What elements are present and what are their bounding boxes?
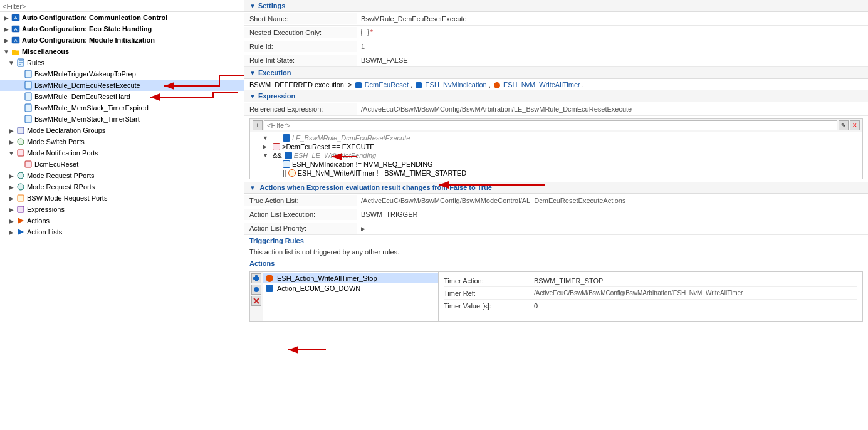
left-panel: <Filter> ▶ A Auto Configuration: Communi… (0, 0, 244, 430)
tree-item-modedeclgroups[interactable]: ▶ Mode Declaration Groups (0, 125, 244, 136)
tree-label-modenotifports: Mode Notification Ports (27, 149, 98, 157)
tree-item-modereqrports[interactable]: ▶ Mode Request RPorts (0, 181, 244, 192)
tree-item-dcmecureset[interactable]: DcmEcuReset (0, 159, 244, 170)
tree-label-modereqpports: Mode Request PPorts (27, 172, 95, 179)
action1-icon (266, 275, 273, 282)
expr-and-text: && (273, 152, 282, 159)
tree-item-bswmodereqports[interactable]: ▶ BSW Mode Request Ports (0, 192, 244, 204)
tree-item-actions[interactable]: ▶ Actions (0, 215, 244, 226)
rule-item-icon3 (23, 92, 33, 102)
expand-icon-bswmode: ▶ (8, 195, 15, 202)
action-row-2[interactable]: Action_ECUM_GO_DOWN (263, 283, 438, 293)
svg-rect-17 (18, 150, 24, 156)
tree-item-actionlists[interactable]: ▶ Action Lists (0, 226, 244, 238)
bottom-action-panel: ESH_Action_WriteAllTimer_Stop Action_ECU… (249, 271, 863, 322)
expr-row-root: ▼ LE_BswMRule_DcmEcuResetExecute (253, 134, 860, 142)
tree-item-rules[interactable]: ▼ Rules (0, 57, 244, 68)
expression-collapse-icon[interactable]: ▼ (249, 93, 256, 100)
exec-link3[interactable]: ESH_NvM_WriteAllTimer (503, 81, 580, 88)
mode-switch-icon (16, 137, 26, 147)
tree-item-miscellaneous[interactable]: ▼ Miscellaneous (0, 46, 244, 57)
exec-text-prefix: BSWM_DEFERRED execution: > (249, 81, 352, 88)
triggering-rules-text: This action list is not triggered by any… (244, 246, 868, 258)
svg-point-27 (254, 287, 259, 292)
action-list-priority-row: Action List Priority: ▶ (244, 221, 868, 235)
exec-icon2 (416, 82, 422, 88)
action-list-priority-label: Action List Priority: (244, 223, 357, 234)
svg-rect-26 (255, 275, 258, 281)
svg-point-19 (18, 172, 24, 179)
exec-comma2: , (489, 81, 493, 88)
expand-icon-autoconfig2: ▶ (3, 26, 10, 33)
true-action-label: True Action List: (244, 195, 357, 206)
tree-item-autoconfig2[interactable]: ▶ A Auto Configuration: Ecu State Handli… (0, 23, 244, 34)
execution-collapse-icon[interactable]: ▼ (249, 70, 256, 76)
action-delete-btn[interactable] (251, 296, 261, 306)
action-list-exec-label: Action List Execution: (244, 209, 357, 220)
action-row-1[interactable]: ESH_Action_WriteAllTimer_Stop (263, 273, 438, 283)
mode-req-p-icon (16, 170, 26, 181)
execution-section-header: ▼ Execution (244, 67, 868, 79)
svg-rect-21 (18, 195, 24, 201)
execution-line: BSWM_DEFERRED execution: > DcmEcuReset ,… (244, 79, 868, 90)
true-action-row: True Action List: /ActiveEcuC/BswM/BswMC… (244, 194, 868, 207)
expand-icon-modereqr: ▶ (8, 184, 15, 191)
execution-header-label: Execution (258, 69, 291, 76)
tree-label-rule4: BswMRule_MemStack_TimerExpired (34, 104, 149, 112)
expr-edit-btn[interactable]: ✎ (839, 120, 849, 130)
exec-comma1: , (410, 81, 414, 88)
expand-icon-expressions: ▶ (8, 206, 15, 213)
expand-icon-modenotif: ▼ (8, 150, 15, 157)
svg-rect-15 (18, 127, 24, 134)
auto-config-icon: A (11, 13, 21, 23)
tree-item-rule3[interactable]: BswMRule_DcmEcuResetHard (0, 91, 244, 102)
tree-item-rule1[interactable]: BswMRuleTriggerWakeupToPrep (0, 68, 244, 80)
svg-point-16 (18, 139, 24, 145)
tree-item-modereqpports[interactable]: ▶ Mode Request PPorts (0, 170, 244, 181)
ref-expr-label: Referenced Expression: (244, 103, 357, 115)
mode-notif-icon (16, 148, 26, 158)
actions-icon (16, 216, 26, 226)
tree-item-autoconfig1[interactable]: ▶ A Auto Configuration: Communication Co… (0, 12, 244, 23)
tree-label-bswmodereqports: BSW Mode Request Ports (27, 194, 107, 202)
svg-rect-11 (25, 81, 31, 89)
tree-item-rule4[interactable]: BswMRule_MemStack_TimerExpired (0, 102, 244, 113)
action-add-btn[interactable] (251, 273, 261, 283)
tree-label-autoconfig3: Auto Configuration: Module Initializatio… (22, 36, 155, 44)
tree-item-modeswitchports[interactable]: ▶ Mode Switch Ports (0, 136, 244, 147)
tree-label-modereqrports: Mode Request RPorts (27, 183, 95, 191)
expand-icon-autoconfig3: ▶ (3, 37, 10, 44)
tree-item-modenotifports[interactable]: ▼ Mode Notification Ports (0, 147, 244, 159)
exec-icon3 (494, 82, 500, 88)
tree-label-dcmecureset: DcmEcuReset (34, 160, 78, 168)
action-edit-btn[interactable] (251, 285, 261, 295)
tree-item-expressions[interactable]: ▶ Expressions (0, 204, 244, 215)
exec-link1[interactable]: DcmEcuReset (365, 81, 409, 88)
action1-label: ESH_Action_WriteAllTimer_Stop (277, 275, 377, 282)
tree-item-autoconfig3[interactable]: ▶ A Auto Configuration: Module Initializ… (0, 34, 244, 46)
rule-item-icon5 (23, 114, 33, 124)
short-name-row: Short Name: BswMRule_DcmEcuResetExecute (244, 12, 868, 26)
tree-item-rule2[interactable]: BswMRule_DcmEcuResetExecute (0, 80, 244, 91)
tree-item-rule5[interactable]: BswMRule_MemStack_TimerStart (0, 113, 244, 125)
rule-init-state-value: BSWM_FALSE (357, 55, 868, 65)
exec-link2[interactable]: ESH_NvMIndication (425, 81, 486, 88)
triggering-rules-header: Triggering Rules (244, 235, 868, 246)
rule-init-state-row: Rule Init State: BSWM_FALSE (244, 53, 868, 67)
expr-esh-timer-label: ESH_NvM_WriteAllTimer != BSWM_TIMER_STAR… (298, 169, 466, 177)
expression-tree: ▼ LE_BswMRule_DcmEcuResetExecute ▶ >DcmE… (250, 132, 862, 179)
expr-root-icon (283, 134, 290, 142)
true-action-value: /ActiveEcuC/BswM/BswMConfig/BswMModeCont… (357, 196, 868, 206)
settings-collapse-icon[interactable]: ▼ (249, 3, 256, 9)
expr-pause-icon: || (283, 169, 286, 177)
timer-value-label: Timer Value [s]: (444, 301, 531, 311)
expr-add-btn[interactable]: + (253, 120, 263, 130)
expand-icon-modeswitch: ▶ (8, 139, 15, 145)
expression-tree-panel: + ✎ ✕ ▼ LE_BswMRule_DcmEcuResetExecute ▶ (249, 118, 863, 179)
rule-init-state-label: Rule Init State: (244, 55, 357, 66)
expr-delete-btn[interactable]: ✕ (850, 120, 860, 130)
expr-filter-input[interactable] (264, 120, 837, 130)
nested-exec-checkbox[interactable] (361, 29, 369, 36)
svg-text:A: A (14, 38, 18, 43)
ref-expr-value: /ActiveEcuC/BswM/BswMConfig/BswMArbitrat… (357, 104, 868, 114)
